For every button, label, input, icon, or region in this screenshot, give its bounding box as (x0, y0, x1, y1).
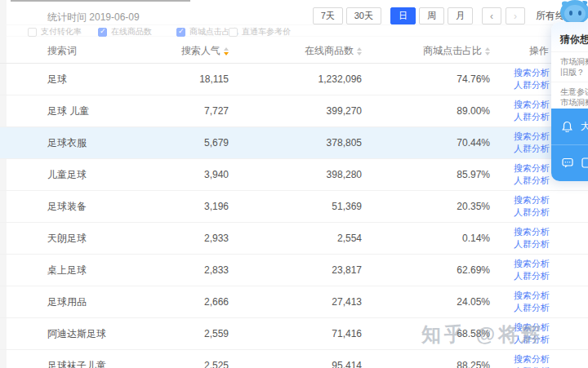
table-row: 足球 儿童 7,727 399,270 89.00% 搜索分析 人群分析 (0, 95, 588, 127)
cell-ratio: 0.14% (362, 233, 490, 244)
cell-keyword: 足球衣服 (0, 136, 163, 150)
search-analysis-link[interactable]: 搜索分析 (514, 194, 588, 206)
period-toolbar: 7天 30天 日 周 月 ‹ › 所有终端 (313, 7, 575, 24)
cell-keyword: 桌上足球 (0, 264, 163, 277)
cell-ratio: 70.44% (362, 137, 490, 149)
panel-quick-actions: 大 (551, 109, 588, 181)
cell-actions: 搜索分析 人群分析 (490, 353, 588, 368)
cell-actions: 搜索分析 人群分析 (490, 321, 588, 346)
col-online-products[interactable]: 在线商品数 (229, 44, 362, 58)
search-analysis-link[interactable]: 搜索分析 (514, 321, 588, 334)
cell-popularity: 3,940 (163, 169, 229, 180)
cell-products: 95,414 (229, 360, 362, 368)
prev-date-button[interactable]: ‹ (482, 7, 501, 24)
table-row: 足球袜子儿童 2,525 95,414 88.25% 搜索分析 人群分析 (0, 350, 588, 368)
cell-keyword: 天朗足球 (0, 232, 163, 246)
cell-ratio: 74.76% (362, 73, 490, 85)
search-analysis-link[interactable]: 搜索分析 (514, 226, 588, 238)
cell-popularity: 18,115 (163, 73, 229, 85)
period-7d-button[interactable]: 7天 (313, 7, 343, 24)
filter-ztc-ref-price[interactable]: 直通车参考价 (229, 26, 291, 38)
table-row: 足球装备 3,196 51,369 20.35% 搜索分析 人群分析 (0, 191, 588, 223)
table-row-highlighted: 足球衣服 5,679 378,805 70.44% 搜索分析 人群分析 (0, 127, 588, 159)
quick-action-label: 大 (581, 120, 588, 134)
cell-products: 398,280 (229, 169, 362, 180)
filter-online-products[interactable]: 在线商品数 (98, 26, 152, 38)
filter-label: 在线商品数 (111, 26, 152, 38)
notification-action[interactable]: 大 (551, 109, 588, 144)
crowd-analysis-link[interactable]: 人群分析 (514, 302, 588, 314)
search-analysis-link[interactable]: 搜索分析 (514, 290, 588, 302)
col-search-popularity[interactable]: 搜索人气 (163, 44, 229, 58)
table-row: 足球用品 2,666 27,413 24.05% 搜索分析 人群分析 (0, 286, 588, 318)
app-screen: 统计时间 2019-06-09 7天 30天 日 周 月 ‹ › 所有终端 支付… (0, 0, 588, 368)
period-week-button[interactable]: 周 (419, 7, 444, 24)
period-group-calendar: 日 周 月 (390, 7, 473, 24)
cell-popularity: 7,727 (163, 105, 229, 117)
period-group-days: 7天 30天 (313, 7, 381, 24)
cell-products: 378,805 (229, 137, 362, 149)
cell-keyword: 足球袜子儿童 (0, 359, 163, 368)
cell-products: 399,270 (229, 105, 362, 117)
cell-ratio: 85.97% (362, 169, 490, 180)
col-keyword: 搜索词 (0, 44, 163, 58)
col-mall-click-ratio[interactable]: 商城点击占比 (362, 44, 490, 58)
cell-actions: 搜索分析 人群分析 (490, 290, 588, 314)
chat-icon (562, 157, 573, 168)
chat-action[interactable] (551, 144, 588, 180)
stat-time-label: 统计时间 2019-06-09 (47, 11, 140, 24)
cell-popularity: 3,196 (163, 201, 229, 212)
crowd-analysis-link[interactable]: 人群分析 (514, 238, 588, 251)
checkbox-checked-icon[interactable] (176, 28, 185, 37)
cell-ratio: 24.05% (362, 296, 490, 308)
table-row: 桌上足球 2,833 23,817 62.69% 搜索分析 人群分析 (0, 255, 588, 286)
checkbox-icon[interactable] (229, 28, 238, 37)
bell-icon (562, 121, 572, 132)
assistant-mascot-icon[interactable] (558, 0, 588, 24)
question-line: 市场洞察升 (560, 56, 588, 67)
cell-popularity: 2,666 (163, 296, 229, 308)
table-header-row: 搜索词 搜索人气 在线商品数 商城点击占比 操作 (0, 39, 588, 64)
cell-popularity: 2,933 (163, 233, 229, 244)
cell-products: 1,232,096 (229, 73, 362, 85)
filter-label: 支付转化率 (41, 26, 82, 38)
panel-title: 猜你想问 (551, 22, 588, 51)
metric-filter-bar: 支付转化率 在线商品数 商城点击占比 直通车参考价 (7, 24, 588, 37)
cell-products: 51,369 (229, 201, 362, 212)
period-day-button[interactable]: 日 (390, 7, 416, 24)
cell-popularity: 2,559 (163, 328, 229, 339)
checkbox-icon[interactable] (28, 28, 37, 37)
period-30d-button[interactable]: 30天 (346, 7, 381, 24)
search-analysis-link[interactable]: 搜索分析 (514, 353, 588, 366)
filter-label: 直通车参考价 (242, 26, 291, 38)
cell-keyword: 足球装备 (0, 200, 163, 214)
period-month-button[interactable]: 月 (448, 7, 473, 24)
next-date-button[interactable]: › (506, 7, 525, 24)
cell-keyword: 足球 (0, 73, 163, 86)
suggested-question[interactable]: 生意参谋 市场洞察 (551, 82, 588, 112)
top-divider (11, 0, 190, 2)
crowd-analysis-link[interactable]: 人群分析 (514, 334, 588, 346)
cell-products: 2,554 (229, 233, 362, 244)
table-row: 天朗足球 2,933 2,554 0.14% 搜索分析 人群分析 (0, 223, 588, 255)
search-analysis-link[interactable]: 搜索分析 (514, 258, 588, 270)
question-line: 旧版？ (560, 67, 588, 78)
table-row: 足球 18,115 1,232,096 74.76% 搜索分析 人群分析 (0, 64, 588, 95)
table-row: 儿童足球 3,940 398,280 85.97% 搜索分析 人群分析 (0, 159, 588, 191)
cell-ratio: 88.25% (362, 360, 490, 368)
cell-ratio: 62.69% (362, 264, 490, 276)
crowd-analysis-link[interactable]: 人群分析 (514, 270, 588, 282)
cell-products: 71,416 (229, 328, 362, 339)
cell-products: 23,817 (229, 264, 362, 276)
cell-popularity: 2,525 (163, 360, 229, 368)
cell-actions: 搜索分析 人群分析 (490, 226, 588, 251)
cell-products: 27,413 (229, 296, 362, 308)
cell-popularity: 5,679 (163, 137, 229, 149)
crowd-analysis-link[interactable]: 人群分析 (514, 206, 588, 219)
checkbox-checked-icon[interactable] (98, 28, 107, 37)
assistant-panel: 猜你想问 市场洞察升 旧版？ 生意参谋 市场洞察 生意参谋 如何修改 大 (551, 22, 588, 181)
cell-keyword: 阿迪达斯足球 (0, 327, 163, 341)
suggested-question[interactable]: 市场洞察升 旧版？ (551, 51, 588, 82)
filter-pay-conversion[interactable]: 支付转化率 (28, 26, 82, 38)
cell-ratio: 68.58% (362, 328, 490, 339)
